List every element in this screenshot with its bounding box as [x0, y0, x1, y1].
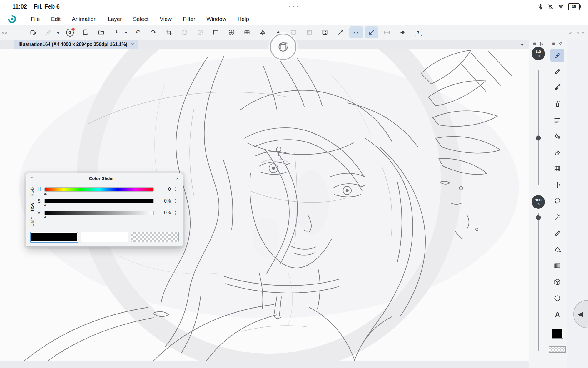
rotate-canvas-button[interactable]	[270, 34, 296, 60]
undo-button[interactable]: ↶	[131, 26, 145, 38]
material-panel-button[interactable]	[396, 26, 410, 38]
collapse-left-icon[interactable]: »	[2, 30, 4, 35]
saturation-slider-marker[interactable]	[44, 204, 47, 206]
shortcut-keyboard-button[interactable]	[380, 26, 394, 38]
operation-tool-button[interactable]	[26, 26, 40, 38]
transform-button[interactable]	[225, 26, 238, 38]
document-tab[interactable]: Illustration164 (A4 4093 x 2894px 350dpi…	[14, 40, 138, 49]
deselect-button[interactable]	[193, 26, 207, 38]
minimize-panel-icon[interactable]: —	[167, 176, 171, 181]
collapse-right-icon-2[interactable]: «	[577, 30, 579, 35]
new-canvas-button[interactable]	[79, 26, 92, 38]
tool-gradient[interactable]	[550, 259, 564, 273]
brush-size-badge[interactable]: 6.0 px	[532, 47, 545, 60]
tool-text[interactable]: A	[550, 308, 564, 321]
color-slider-titlebar[interactable]: ≡ Color Slider — ×	[26, 173, 183, 183]
collapse-left-arrows[interactable]: » »	[2, 30, 7, 35]
value-increment-button[interactable]: ▲	[174, 210, 177, 213]
mask-area-button[interactable]	[303, 26, 316, 38]
redo-button[interactable]: ↷	[147, 26, 160, 38]
hue-increment-button[interactable]: ▲	[174, 187, 177, 189]
clip-studio-paint-logo-icon[interactable]	[8, 15, 16, 24]
value-slider[interactable]	[44, 211, 154, 215]
hue-slider-marker[interactable]	[44, 193, 47, 195]
hue-slider[interactable]	[44, 187, 154, 192]
tool-fill[interactable]	[550, 243, 564, 256]
clip-studio-home-button[interactable]: G	[63, 26, 77, 38]
tab-rgb[interactable]: RGB	[30, 185, 34, 199]
tool-blend[interactable]	[550, 130, 564, 143]
tab-overflow-chevron-icon[interactable]: ▾	[521, 42, 523, 48]
close-panel-icon[interactable]: ×	[176, 176, 178, 181]
transparent-color-indicator[interactable]	[549, 346, 566, 353]
main-menu-button[interactable]: ☰	[11, 26, 24, 38]
collapse-left-icon-2[interactable]: »	[5, 30, 7, 35]
save-button[interactable]	[110, 26, 123, 38]
saturation-increment-button[interactable]: ▲	[174, 198, 177, 201]
tool-eyedropper[interactable]	[550, 227, 564, 240]
sub-color-swatch[interactable]	[81, 232, 128, 242]
brush-size-slider[interactable]	[538, 70, 539, 185]
collapse-right-icon-3[interactable]: «	[582, 30, 584, 35]
value-track[interactable]	[44, 211, 154, 215]
close-tab-icon[interactable]: ×	[131, 42, 134, 47]
value-decrement-button[interactable]: ▼	[174, 213, 177, 216]
menu-layer[interactable]: Layer	[102, 14, 128, 24]
tool-pencil[interactable]	[550, 65, 564, 78]
tool-frame[interactable]	[550, 291, 564, 305]
transparent-color-swatch[interactable]	[131, 232, 179, 242]
value-slider-marker[interactable]	[44, 216, 47, 218]
tab-cmy[interactable]: CMY	[30, 214, 34, 229]
sliders-icon[interactable]	[539, 42, 544, 46]
tool-pen[interactable]	[550, 49, 564, 62]
menu-select[interactable]: Select	[127, 14, 154, 24]
hue-gradient-track[interactable]	[44, 187, 154, 192]
main-color-swatch[interactable]	[30, 232, 78, 243]
opacity-slider[interactable]	[538, 213, 539, 351]
open-file-button[interactable]	[94, 26, 108, 38]
snap-special-ruler-button[interactable]	[349, 26, 363, 38]
tool-airbrush[interactable]	[550, 97, 564, 111]
collapse-right-icon[interactable]: »	[569, 30, 572, 35]
saturation-decrement-button[interactable]: ▼	[174, 201, 177, 204]
tool-eraser[interactable]	[550, 146, 564, 159]
flip-view-button[interactable]	[256, 26, 269, 38]
canvas[interactable]: ≡ Color Slider — × RGB HSV CMY	[0, 49, 529, 361]
tool-brush[interactable]	[550, 81, 564, 95]
opacity-slider-handle[interactable]	[536, 215, 541, 220]
hide-palette-button[interactable]: ◀	[573, 300, 588, 328]
menu-file[interactable]: File	[25, 14, 46, 24]
tool-figure[interactable]	[550, 162, 564, 175]
pattern-stamp-button[interactable]	[318, 26, 332, 38]
hue-decrement-button[interactable]: ▼	[174, 190, 177, 192]
current-color-swatch[interactable]	[552, 329, 563, 339]
brush-mini-icon[interactable]	[558, 42, 563, 46]
special-selection-button[interactable]	[178, 26, 191, 38]
help-button[interactable]: ?	[412, 26, 425, 38]
opacity-badge[interactable]: 100 %	[532, 195, 545, 209]
menu-filter[interactable]: Filter	[177, 14, 201, 24]
crop-canvas-button[interactable]	[162, 26, 176, 38]
menu-animation[interactable]: Animation	[66, 14, 102, 24]
snap-grid-button[interactable]	[365, 26, 378, 38]
panel-grip-icon[interactable]: ≡	[26, 176, 38, 180]
mesh-transform-button[interactable]	[240, 26, 254, 38]
menu-window[interactable]: Window	[201, 14, 232, 24]
saturation-slider[interactable]	[44, 199, 154, 203]
tool-selection[interactable]	[550, 194, 564, 208]
panel-menu-icon[interactable]: ☰	[552, 42, 555, 46]
panel-menu-icon[interactable]: ☰	[533, 42, 536, 46]
tool-decoration[interactable]	[550, 113, 564, 127]
save-chevron[interactable]: ▾	[123, 26, 129, 38]
rectangle-select-button[interactable]	[209, 26, 223, 38]
menu-view[interactable]: View	[154, 14, 177, 24]
brush-size-slider-handle[interactable]	[536, 136, 541, 141]
snap-ruler-button[interactable]	[334, 26, 347, 38]
tool-move[interactable]	[550, 178, 564, 192]
tab-hsv[interactable]: HSV	[30, 199, 34, 214]
saturation-track[interactable]	[44, 199, 154, 203]
tool-auto-select[interactable]	[550, 210, 564, 224]
tool-object[interactable]	[550, 275, 564, 289]
menu-edit[interactable]: Edit	[46, 14, 66, 24]
sub-tool-button[interactable]	[42, 26, 56, 38]
